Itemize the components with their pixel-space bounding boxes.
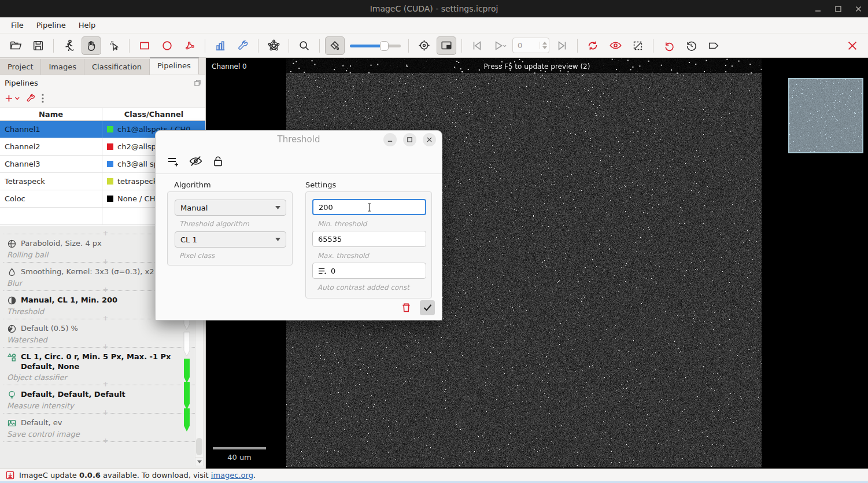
delete-step-button[interactable] — [399, 300, 413, 315]
class-color-swatch — [107, 143, 113, 150]
scrollbar-thumb[interactable] — [196, 438, 202, 455]
dialog-close-button[interactable] — [423, 133, 436, 146]
step-title: Paraboloid, Size. 4 px — [21, 238, 102, 248]
toolbar-separator — [461, 39, 462, 53]
toolbar-separator — [258, 39, 258, 53]
frame-spinbox[interactable]: 0 — [512, 38, 549, 53]
more-options-kebab-icon[interactable] — [42, 94, 44, 103]
refresh-preview-button[interactable] — [583, 36, 603, 55]
step-title: CL 1, Circ. 0 r, Min. 5 Px, Max. -1 Px — [21, 352, 171, 361]
circle-icon — [161, 39, 173, 52]
toolbar-separator — [129, 39, 130, 53]
select-tool-button[interactable] — [104, 36, 124, 55]
roi-rectangle-button[interactable] — [135, 36, 154, 55]
picture-in-picture-button[interactable] — [437, 36, 456, 55]
undo-button[interactable] — [659, 36, 678, 55]
tab-project[interactable]: Project — [0, 59, 41, 75]
run-pipeline-button[interactable] — [59, 36, 79, 55]
min-threshold-field[interactable] — [312, 199, 426, 215]
refresh-icon — [586, 39, 599, 52]
tab-pipelines[interactable]: Pipelines — [150, 57, 199, 75]
window-title: ImageC (CUDA) - settings.icproj — [370, 4, 498, 13]
step-title: Smoothing, Kernel: 3x3 (σ=0.3), x2 — [21, 267, 154, 276]
roi-circle-button[interactable] — [157, 36, 177, 55]
settings-wrench-button[interactable] — [233, 36, 253, 55]
step-subtitle: Watershed — [7, 335, 182, 344]
dialog-titlebar[interactable]: Threshold — [156, 131, 442, 148]
skip-to-start-button[interactable] — [467, 36, 487, 55]
droplet-icon — [7, 267, 17, 277]
threshold-icon — [7, 296, 17, 305]
float-panel-icon[interactable] — [194, 80, 201, 86]
slider-fill — [350, 45, 385, 47]
window-maximize-button[interactable] — [834, 5, 842, 13]
pixel-class-value: CL 1 — [180, 235, 197, 244]
scale-bar: 40 um — [213, 447, 266, 462]
window-minimize-button[interactable] — [814, 5, 822, 13]
history-button[interactable] — [681, 36, 701, 55]
play-icon — [493, 39, 507, 52]
toolbar-separator — [319, 39, 320, 53]
classification-network-button[interactable] — [264, 36, 283, 55]
show-preview-eye-button[interactable] — [605, 36, 625, 55]
save-image-icon — [7, 418, 17, 428]
fill-preview-button[interactable] — [325, 36, 345, 55]
thumbnail-image — [789, 79, 862, 152]
dialog-maximize-button[interactable] — [403, 133, 416, 146]
spinbox-arrows[interactable] — [540, 42, 549, 49]
add-settings-icon[interactable] — [166, 154, 180, 168]
threshold-algorithm-caption: Threshold algorithm — [179, 220, 249, 228]
close-preview-button[interactable] — [843, 36, 862, 55]
histogram-button[interactable] — [210, 36, 230, 55]
eye-off-icon[interactable] — [189, 154, 203, 168]
pipeline-step[interactable]: CL 1, Circ. 0 r, Min. 5 Px, Max. -1 PxDe… — [0, 348, 205, 385]
window-close-button[interactable] — [855, 5, 862, 13]
pixel-class-select[interactable]: CL 1 — [175, 231, 286, 248]
confirm-button[interactable] — [420, 300, 435, 315]
slider-handle[interactable] — [380, 41, 389, 51]
pan-tool-button[interactable] — [82, 36, 101, 55]
trash-icon — [400, 301, 412, 314]
cursor-click-icon — [108, 39, 120, 52]
lock-icon[interactable] — [212, 154, 224, 168]
max-threshold-input[interactable] — [318, 235, 420, 244]
column-header-class-channel[interactable]: Class/Channel — [102, 108, 205, 120]
menu-bar: File Pipeline Help — [0, 17, 868, 34]
folder-open-icon — [9, 39, 22, 52]
edit-pipeline-wrench-button[interactable] — [25, 93, 36, 104]
threshold-algorithm-select[interactable]: Manual — [175, 200, 286, 216]
step-title: Default, ev — [21, 418, 62, 427]
menu-help[interactable]: Help — [72, 19, 102, 32]
skip-to-end-button[interactable] — [552, 36, 572, 55]
open-project-button[interactable] — [6, 36, 25, 55]
tab-images[interactable]: Images — [41, 59, 84, 75]
chevron-down-icon — [275, 238, 280, 241]
history-clock-icon — [685, 39, 697, 52]
overview-thumbnail[interactable] — [788, 78, 863, 153]
scrollbar-down-button[interactable] — [195, 457, 203, 466]
play-button[interactable] — [490, 36, 509, 55]
search-icon — [298, 39, 311, 52]
opacity-slider[interactable] — [350, 40, 401, 51]
roi-polygon-button[interactable] — [180, 36, 200, 55]
settings-group: Min. threshold Max. threshold Auto contr… — [305, 191, 432, 298]
menu-file[interactable]: File — [5, 19, 30, 32]
center-target-button[interactable] — [414, 36, 434, 55]
add-pipeline-button[interactable] — [5, 94, 20, 103]
dialog-minimize-button[interactable] — [383, 133, 397, 146]
auto-contrast-input[interactable] — [331, 267, 420, 275]
imagec-link[interactable]: imagec.org — [211, 471, 253, 480]
table-header: Name Class/Channel — [0, 108, 205, 121]
menu-pipeline[interactable]: Pipeline — [30, 19, 72, 32]
tab-classification[interactable]: Classification — [84, 59, 150, 75]
column-header-name[interactable]: Name — [0, 108, 102, 120]
status-bar: ImageC update 0.0.6 available. To downlo… — [0, 469, 868, 481]
max-threshold-field[interactable] — [312, 231, 426, 247]
zoom-button[interactable] — [294, 36, 314, 55]
auto-contrast-field[interactable] — [312, 263, 426, 279]
tag-button[interactable] — [704, 36, 723, 55]
deselect-button[interactable] — [628, 36, 648, 55]
bar-chart-icon — [214, 39, 227, 52]
update-message: ImageC update 0.0.6 available. To downlo… — [19, 471, 256, 480]
save-button[interactable] — [28, 36, 48, 55]
